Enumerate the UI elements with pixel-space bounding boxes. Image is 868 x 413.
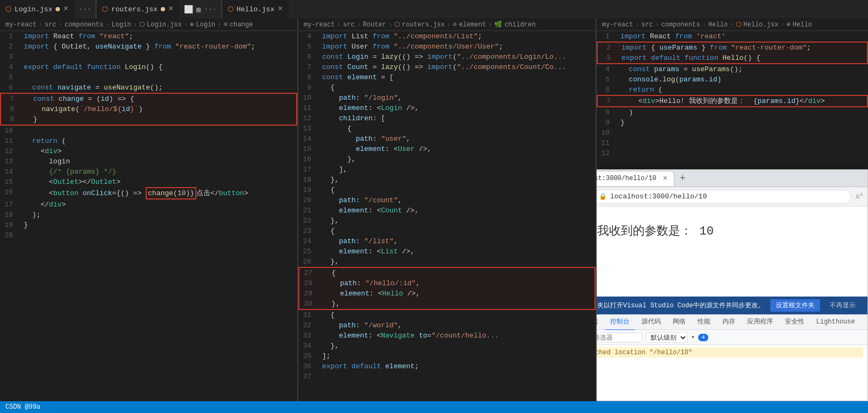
h-line-3: 3 export default function Hello() {	[597, 53, 868, 64]
modified-dot2	[161, 7, 165, 11]
browser-content: Hello! 我收到的参数是： 10	[597, 206, 867, 297]
bc-children[interactable]: children	[504, 21, 536, 29]
r-line-21: 21 element: <Count />,	[298, 205, 596, 216]
close-icon2[interactable]: ×	[168, 4, 174, 14]
code-line-7: 7 const change = (id) => {	[0, 93, 297, 104]
code-line-15: 15 <Outlet></Outlet>	[0, 177, 297, 187]
code-editor-login[interactable]: 1 import React from "react"; 2 import { …	[0, 31, 297, 401]
pane2-tabs: ⬡ routers.jsx × ⬜ ▦ ···	[97, 0, 222, 18]
r-line-19: 19 {	[298, 185, 596, 195]
bc-hello-fn[interactable]: Hello	[792, 21, 812, 29]
tab-routers-jsx[interactable]: ⬡ routers.jsx ×	[97, 0, 179, 18]
devtools-icon-bar: ⬜ 📱 欢迎 元素 控制台 源代码 网络 性能 内存 应用程序 安全性	[597, 315, 867, 330]
browser-tab-close[interactable]: ×	[663, 174, 667, 183]
r-line-29: 29 element: <Hello />,	[298, 288, 596, 299]
tab-label: Login.jsx	[15, 5, 52, 13]
browser-aa-text: AA	[856, 191, 863, 201]
browser-active-tab[interactable]: 🔒 localhost:3000/hello/10 ×	[597, 171, 674, 186]
devtools-tab-security[interactable]: 安全性	[780, 314, 810, 331]
devtools-severity-select[interactable]: 默认级别	[646, 332, 688, 343]
jsx-file-icon3: ⬡	[228, 5, 234, 13]
devtools-tab-sources[interactable]: 源代码	[636, 314, 666, 331]
pane1-more-btn[interactable]: ···	[74, 0, 95, 18]
r-line-33: 33 element: <Navigate to="/count/hello..…	[298, 331, 596, 341]
editor-pane-hello: 1 import React from 'react' 2 import { u…	[597, 31, 868, 401]
bc-components3[interactable]: components	[661, 21, 700, 29]
set-root-btn[interactable]: 设置根文件夹	[770, 299, 820, 312]
bc-element[interactable]: element	[459, 21, 486, 29]
r-line-16: 16 },	[298, 154, 596, 164]
dismiss-btn[interactable]: 不再显示	[824, 299, 861, 312]
r-line-12: 12 children: [	[298, 113, 596, 123]
devtools-warning-line: ⚠ ▶ No routes matched location "/hello/1…	[597, 347, 863, 357]
bc-components1[interactable]: components	[65, 21, 104, 29]
code-line-2: 2 import { Outlet, useNavigate } from "r…	[0, 42, 297, 52]
devtools-filter-input[interactable]	[597, 333, 643, 342]
r-line-13: 13 {	[298, 123, 596, 134]
bc-change[interactable]: change	[230, 21, 253, 29]
status-text: CSDN @99a	[5, 403, 40, 411]
tab-label3: Hello.jsx	[237, 5, 275, 13]
bc-myreact2[interactable]: my-react	[304, 21, 335, 29]
bc-router[interactable]: Router	[363, 21, 386, 29]
close-icon[interactable]: ×	[63, 4, 69, 14]
r-line-14: 14 path: "user",	[298, 134, 596, 144]
devtools-tab-lighthouse[interactable]: Lighthouse	[811, 314, 860, 331]
devtools-toolbar: 🚫 top 👁 默认级别 ▾ 4	[597, 330, 867, 345]
devtools-tab-app[interactable]: 应用程序	[742, 314, 778, 331]
bc-src1[interactable]: src	[45, 21, 57, 29]
devtools-tabs: 欢迎 元素 控制台 源代码 网络 性能 内存 应用程序 安全性 Lighthou…	[597, 315, 865, 330]
code-line-19: 19 }	[0, 220, 297, 230]
warning-message: No routes matched location "/hello/10"	[597, 349, 692, 356]
r-line-18: 18 },	[298, 175, 596, 185]
url-bar[interactable]: 🔒 localhost:3000/hello/10	[597, 190, 851, 204]
devtools-tab-console[interactable]: 控制台	[605, 314, 635, 331]
r-line-37: 37	[298, 371, 596, 382]
bc-login-jsx[interactable]: Login.jsx	[147, 21, 182, 29]
editor-pane-login: 1 import React from "react"; 2 import { …	[0, 31, 298, 401]
pane1-tabs: ⬡ Login.jsx × ···	[0, 0, 97, 18]
code-line-5: 5	[0, 72, 297, 82]
code-line-20: 20	[0, 230, 297, 240]
devtools-tab-elements[interactable]: 元素	[597, 314, 604, 331]
bc-src2[interactable]: src	[343, 21, 355, 29]
browser-new-tab-btn[interactable]: +	[676, 173, 689, 184]
close-icon3[interactable]: ×	[278, 4, 283, 14]
r-line-17: 17 ],	[298, 164, 596, 175]
layout-icon[interactable]: ▦	[196, 5, 201, 14]
breadcrumb-pane2: my-react › src › Router › ⬡ routers.jsx …	[298, 19, 597, 31]
r-line-35: 35 ];	[298, 351, 596, 361]
tab-hello-jsx[interactable]: ⬡ Hello.jsx ×	[222, 0, 289, 18]
bc-hello-folder[interactable]: Hello	[708, 21, 728, 29]
devtools-tab-perf[interactable]: 性能	[692, 314, 716, 331]
tab-login-jsx[interactable]: ⬡ Login.jsx ×	[0, 0, 74, 18]
code-editor-routers[interactable]: 4 import List from "../components/List";…	[298, 31, 596, 401]
split-view-icon[interactable]: ⬜	[184, 5, 193, 14]
r-line-28: 28 path: "/hello/:id",	[298, 278, 596, 288]
code-line-6: 6 const navigate = useNavigate();	[0, 82, 297, 93]
pane2-more-btn[interactable]: ···	[204, 5, 216, 13]
code-line-13: 13 login	[0, 156, 297, 167]
r-line-32: 32 path: "/world",	[298, 320, 596, 331]
bc-myreact1[interactable]: my-react	[5, 21, 37, 29]
bc-login-fn[interactable]: Login	[196, 21, 215, 29]
r-line-11: 11 element: <Login />,	[298, 103, 596, 113]
devtools-tab-memory[interactable]: 内存	[717, 314, 741, 331]
bc-routers-jsx[interactable]: routers.jsx	[402, 21, 445, 29]
devtools-tab-network[interactable]: 网络	[667, 314, 691, 331]
bc-src3[interactable]: src	[641, 21, 653, 29]
browser-controls: ← → ↻ 🔒 localhost:3000/hello/10 AA	[597, 187, 867, 206]
bc-login-folder[interactable]: Login	[112, 21, 131, 29]
r-line-6: 6 const Login = lazy(() => import("../co…	[298, 52, 596, 62]
r-line-25: 25 element: <List />,	[298, 246, 596, 257]
r-line-24: 24 path: "/list",	[298, 236, 596, 246]
code-line-3: 3	[0, 52, 297, 62]
tab-label2: routers.jsx	[111, 5, 158, 13]
h-line-11: 11	[597, 138, 868, 148]
devtools-prompt[interactable]: >	[597, 367, 863, 377]
breadcrumb-pane1: my-react › src › components › Login › ⬡ …	[0, 19, 298, 31]
bc-hello-jsx[interactable]: Hello.jsx	[743, 21, 778, 29]
bc-myreact3[interactable]: my-react	[602, 21, 633, 29]
r-line-27: 27 {	[298, 267, 596, 278]
jsx-file-icon2: ⬡	[102, 5, 108, 13]
